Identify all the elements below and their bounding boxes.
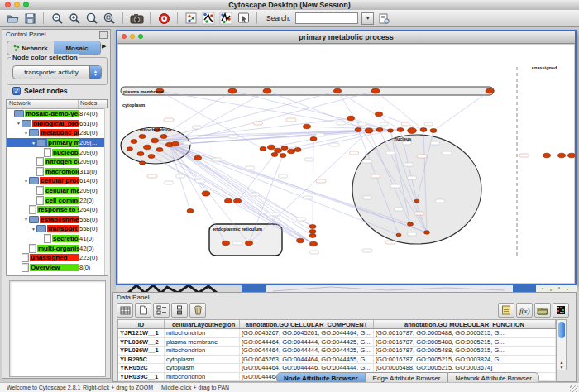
graph-node[interactable]: [246, 241, 253, 246]
graph-node[interactable]: [139, 135, 146, 139]
network-window-titlebar[interactable]: primary metabolic process: [117, 31, 575, 44]
column-header[interactable]: annotation.GO MOLECULAR_FUNCTION: [374, 320, 556, 328]
graph-node[interactable]: [202, 191, 210, 196]
tree-row[interactable]: ▼establishment of lo558(0): [7, 215, 107, 225]
node-color-attribute-select[interactable]: transporter activity ▲▼: [12, 65, 102, 79]
graph-node[interactable]: [271, 153, 278, 157]
expand-arrow-icon[interactable]: ▼: [23, 131, 29, 136]
tree-item-label[interactable]: biological_process: [32, 120, 79, 127]
graph-node[interactable]: [310, 137, 317, 141]
graph-node[interactable]: [172, 141, 179, 146]
graph-node[interactable]: [194, 155, 202, 160]
search-dropdown-button[interactable]: ▼: [361, 12, 374, 25]
tree-row[interactable]: ▼transport558(0): [7, 224, 107, 234]
tabs-overflow-arrow[interactable]: ▶: [102, 43, 106, 50]
graph-node[interactable]: [355, 128, 361, 132]
tree-item-label[interactable]: nitrogen compo: [45, 158, 79, 165]
tree-item-label[interactable]: unassigned: [30, 254, 79, 261]
graph-node[interactable]: [309, 234, 316, 238]
table-scrollbar[interactable]: ▲▼: [557, 319, 567, 370]
zoom-selected-button[interactable]: [102, 12, 117, 25]
graph-node[interactable]: [347, 116, 355, 121]
graph-node[interactable]: [294, 148, 301, 152]
graph-node[interactable]: [309, 230, 316, 234]
float-panel-icon[interactable]: [99, 31, 108, 39]
graph-node[interactable]: [127, 147, 133, 151]
graph-node[interactable]: [388, 129, 394, 132]
tree-row[interactable]: cellular metabol209(0): [7, 186, 107, 196]
tree-item-label[interactable]: multi-organism pro: [37, 245, 79, 252]
open-session-button[interactable]: [5, 12, 20, 25]
graph-node[interactable]: [397, 128, 404, 132]
column-header[interactable]: _cellularLayoutRegion: [165, 320, 240, 328]
tree-item-label[interactable]: mosaic-demo-yeast: [25, 110, 79, 117]
tree-col-network[interactable]: Network: [7, 100, 79, 108]
tab-network[interactable]: Network: [7, 41, 54, 55]
region-nucleus[interactable]: [352, 135, 481, 244]
search-config-button[interactable]: [376, 12, 391, 25]
graph-node[interactable]: [137, 152, 144, 156]
graph-node[interactable]: [160, 135, 167, 139]
tree-row[interactable]: nucleobase-209(0): [7, 147, 107, 157]
graph-node[interactable]: [430, 129, 437, 133]
attribute-table-button[interactable]: [117, 303, 133, 318]
table-row[interactable]: YPL036W__2plasma membrane[GO:0044464, GO…: [118, 338, 556, 347]
tree-row[interactable]: ▼primary metabo209(...: [7, 138, 107, 148]
zoom-fit-button[interactable]: [84, 12, 99, 25]
mosaic-layout-2-button[interactable]: [218, 12, 233, 25]
graph-node[interactable]: [288, 149, 295, 154]
expand-arrow-icon[interactable]: ▼: [23, 217, 29, 222]
tree-item-label[interactable]: nucleobase-: [52, 149, 79, 156]
graph-node[interactable]: [376, 112, 383, 117]
graph-node[interactable]: [225, 198, 232, 203]
graph-node[interactable]: [408, 128, 417, 134]
tree-item-label[interactable]: Overview: [30, 264, 79, 271]
tree-row[interactable]: macromolecule311(0): [7, 167, 107, 177]
graph-node[interactable]: [376, 128, 383, 132]
tree-row[interactable]: secretion41(0): [7, 234, 107, 244]
vizmapper-button[interactable]: [184, 12, 199, 25]
tree-item-label[interactable]: establishment of lo: [40, 216, 79, 223]
tab-mosaic[interactable]: Mosaic: [54, 41, 100, 55]
search-input[interactable]: [295, 12, 358, 24]
graph-node[interactable]: [234, 198, 242, 203]
graph-node[interactable]: [260, 147, 266, 151]
tree-row[interactable]: cell communicat22(0): [7, 195, 107, 205]
tree-item-label[interactable]: secretion: [52, 235, 79, 242]
graph-node[interactable]: [396, 233, 401, 237]
import-attributes-button[interactable]: [534, 303, 551, 318]
table-scrollbar-thumb[interactable]: [558, 322, 565, 338]
graph-node[interactable]: [148, 155, 155, 159]
tree-item-label[interactable]: transport: [47, 225, 79, 232]
tree-row[interactable]: mosaic-demo-yeast874(0): [7, 109, 107, 119]
column-header[interactable]: ID: [118, 320, 165, 328]
graph-node[interactable]: [371, 88, 380, 93]
matrix-button[interactable]: [553, 303, 569, 318]
graph-node[interactable]: [414, 199, 419, 203]
annotation-button[interactable]: [236, 12, 251, 25]
graph-node[interactable]: [309, 225, 316, 229]
tree-row[interactable]: response to stimulu264(0): [7, 205, 107, 215]
graph-node[interactable]: [281, 146, 288, 151]
tree-item-label[interactable]: metabolic process: [40, 129, 79, 136]
tree-item-label[interactable]: cellular process: [40, 177, 79, 184]
graph-node[interactable]: [280, 154, 286, 158]
new-attribute-button[interactable]: [135, 303, 151, 318]
attribute-pair-button[interactable]: [171, 303, 188, 318]
tree-row[interactable]: Overview8(0): [7, 263, 107, 273]
graph-node[interactable]: [334, 88, 342, 93]
expand-arrow-icon[interactable]: ▼: [16, 121, 22, 126]
graph-node[interactable]: [543, 153, 551, 158]
graph-node[interactable]: [310, 241, 318, 246]
graph-node[interactable]: [140, 161, 146, 165]
tree-item-label[interactable]: primary metabo: [47, 139, 79, 146]
tree-col-nodes[interactable]: Nodes: [79, 100, 107, 108]
graph-node[interactable]: [486, 88, 494, 93]
column-header[interactable]: annotation.GO CELLULAR_COMPONENT: [240, 320, 374, 328]
tree-item-label[interactable]: response to stimulu: [37, 206, 79, 213]
select-attributes-button[interactable]: [153, 303, 170, 318]
tree-item-label[interactable]: cell communicat: [45, 197, 79, 204]
delete-attribute-button[interactable]: [189, 303, 206, 318]
mosaic-layout-1-button[interactable]: [201, 12, 216, 25]
graph-node[interactable]: [144, 145, 151, 150]
